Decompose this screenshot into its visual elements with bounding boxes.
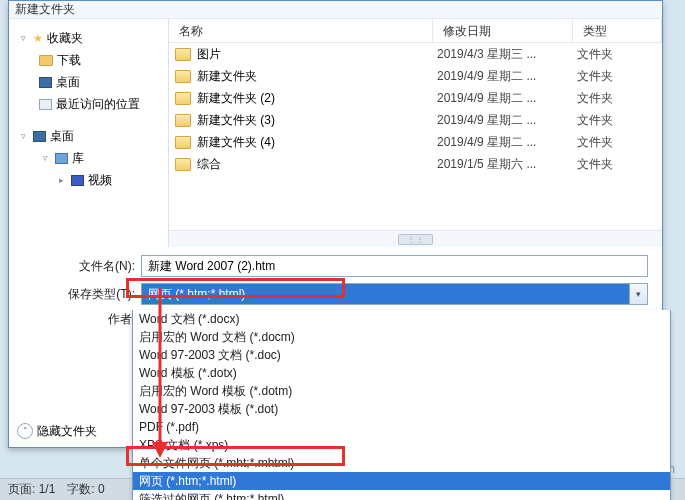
filename-label: 文件名(N): — [23, 258, 141, 275]
savetype-option[interactable]: PDF (*.pdf) — [133, 418, 670, 436]
table-row[interactable]: 新建文件夹 (2)2019/4/9 星期二 ...文件夹 — [169, 87, 662, 109]
desktop-icon — [39, 77, 52, 88]
folder-icon — [175, 92, 191, 105]
video-icon — [71, 175, 84, 186]
toolbar: 新建文件夹 — [9, 1, 662, 19]
folder-icon — [175, 136, 191, 149]
savetype-option[interactable]: Word 97-2003 文档 (*.doc) — [133, 346, 670, 364]
savetype-option[interactable]: 筛选过的网页 (*.htm;*.html) — [133, 490, 670, 500]
savetype-option[interactable]: Word 模板 (*.dotx) — [133, 364, 670, 382]
tree-downloads[interactable]: 下载 — [15, 49, 164, 71]
nav-tree: ▿★收藏夹 下载 桌面 最近访问的位置 ▿桌面 ▿库 ▸视频 — [9, 19, 169, 247]
chevron-up-icon: ˄ — [17, 423, 33, 439]
tree-desktop2[interactable]: ▿桌面 — [15, 125, 164, 147]
savetype-option[interactable]: Word 文档 (*.docx) — [133, 310, 670, 328]
savetype-option[interactable]: 启用宏的 Word 模板 (*.dotm) — [133, 382, 670, 400]
chevron-down-icon: ▾ — [629, 284, 647, 304]
folder-icon — [175, 48, 191, 61]
savetype-option[interactable]: 启用宏的 Word 文档 (*.docm) — [133, 328, 670, 346]
table-row[interactable]: 新建文件夹2019/4/9 星期二 ...文件夹 — [169, 65, 662, 87]
tree-favorites[interactable]: ▿★收藏夹 — [15, 27, 164, 49]
savetype-option[interactable]: 单个文件网页 (*.mht;*.mhtml) — [133, 454, 670, 472]
savetype-option[interactable]: 网页 (*.htm;*.html) — [133, 472, 670, 490]
file-list-pane: 名称 修改日期 类型 图片2019/4/3 星期三 ...文件夹新建文件夹201… — [169, 19, 662, 247]
table-row[interactable]: 新建文件夹 (3)2019/4/9 星期二 ...文件夹 — [169, 109, 662, 131]
hide-folders-button[interactable]: ˄ 隐藏文件夹 — [17, 423, 97, 440]
table-row[interactable]: 新建文件夹 (4)2019/4/9 星期二 ...文件夹 — [169, 131, 662, 153]
tree-desktop[interactable]: 桌面 — [15, 71, 164, 93]
savetype-option[interactable]: Word 97-2003 模板 (*.dot) — [133, 400, 670, 418]
status-page: 页面: 1/1 — [8, 481, 55, 498]
author-label: 作者: — [23, 311, 141, 328]
status-words: 字数: 0 — [67, 481, 104, 498]
library-icon — [55, 153, 68, 164]
tree-recent[interactable]: 最近访问的位置 — [15, 93, 164, 115]
tree-libraries[interactable]: ▿库 — [15, 147, 164, 169]
column-headers: 名称 修改日期 类型 — [169, 19, 662, 43]
scrollbar-grip-icon: ⋮⋮ — [407, 235, 425, 244]
file-list: 图片2019/4/3 星期三 ...文件夹新建文件夹2019/4/9 星期二 .… — [169, 43, 662, 230]
tree-videos[interactable]: ▸视频 — [15, 169, 164, 191]
folder-icon — [175, 114, 191, 127]
col-name[interactable]: 名称 — [169, 19, 433, 43]
scrollbar-horizontal[interactable]: ⋮⋮ — [169, 230, 662, 247]
folder-icon — [175, 70, 191, 83]
star-icon: ★ — [33, 32, 43, 45]
folder-icon — [39, 55, 53, 66]
savetype-select[interactable]: 网页 (*.htm;*.html) ▾ — [141, 283, 648, 305]
col-date[interactable]: 修改日期 — [433, 19, 573, 43]
savetype-value: 网页 (*.htm;*.html) — [142, 284, 629, 304]
crumb-new-folder[interactable]: 新建文件夹 — [15, 1, 75, 18]
table-row[interactable]: 图片2019/4/3 星期三 ...文件夹 — [169, 43, 662, 65]
col-type[interactable]: 类型 — [573, 19, 662, 43]
filename-input[interactable] — [141, 255, 648, 277]
savetype-option[interactable]: XPS 文档 (*.xps) — [133, 436, 670, 454]
recent-icon — [39, 99, 52, 110]
savetype-label: 保存类型(T): — [23, 286, 141, 303]
savetype-dropdown: Word 文档 (*.docx)启用宏的 Word 文档 (*.docm)Wor… — [132, 310, 671, 500]
desktop-icon — [33, 131, 46, 142]
folder-icon — [175, 158, 191, 171]
table-row[interactable]: 综合2019/1/5 星期六 ...文件夹 — [169, 153, 662, 175]
